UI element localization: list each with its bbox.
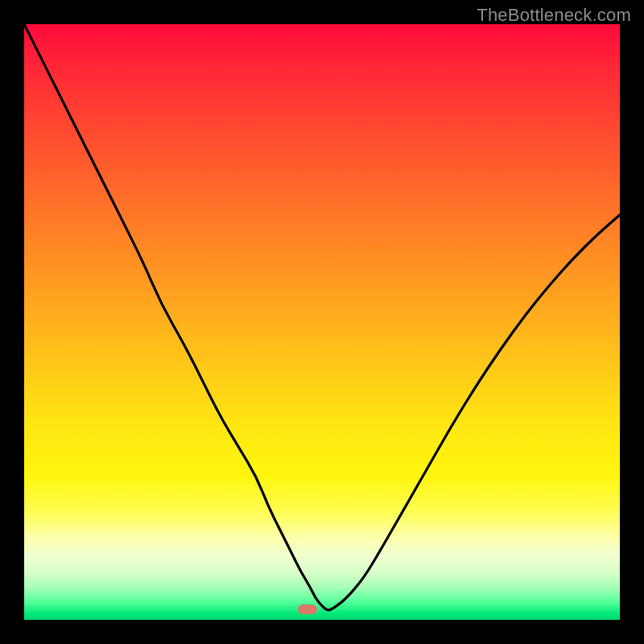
watermark-text: TheBottleneck.com [477,5,631,26]
chart-frame: TheBottleneck.com [0,0,644,644]
bottleneck-curve [24,24,620,620]
minimum-marker [298,605,317,614]
plot-area [24,24,620,620]
